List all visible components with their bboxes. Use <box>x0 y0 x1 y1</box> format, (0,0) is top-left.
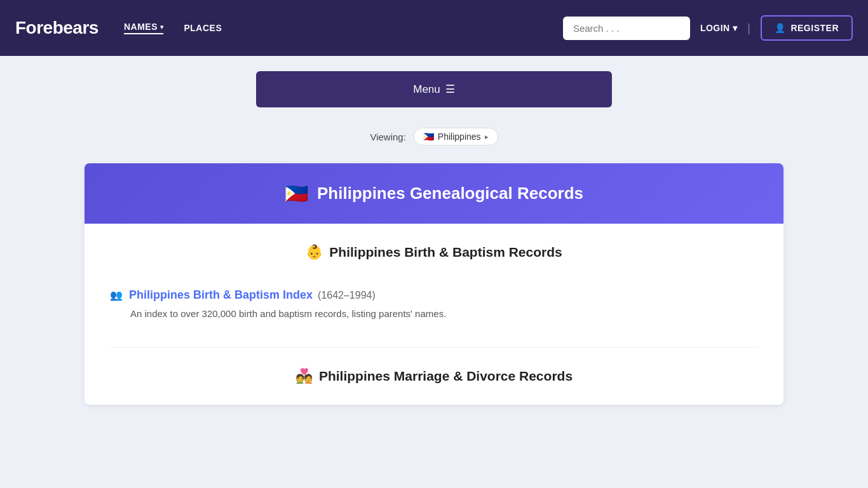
viewing-country: Philippines <box>438 132 481 142</box>
birth-baptism-title: Philippines Birth & Baptism Records <box>329 245 562 260</box>
nav-places-label: PLACES <box>184 23 222 33</box>
birth-baptism-header: 👶 Philippines Birth & Baptism Records <box>110 244 758 261</box>
main-card: 🇵🇭 Philippines Genealogical Records 👶 Ph… <box>85 163 783 405</box>
viewing-badge[interactable]: 🇵🇭 Philippines ▸ <box>414 128 498 146</box>
navbar: Forebears NAMES ▾ PLACES LOGIN ▾ | 👤 REG… <box>0 0 868 56</box>
login-button[interactable]: LOGIN ▾ <box>700 23 737 33</box>
nav-names-label: NAMES <box>124 22 158 32</box>
couple-icon: 💑 <box>295 368 313 384</box>
register-button[interactable]: 👤 REGISTER <box>761 15 853 41</box>
viewing-row: Viewing: 🇵🇭 Philippines ▸ <box>370 128 498 146</box>
nav-links: NAMES ▾ PLACES <box>124 22 563 34</box>
search-input[interactable] <box>563 17 690 40</box>
login-chevron-icon: ▾ <box>733 23 738 33</box>
philippines-flag-icon: 🇵🇭 <box>423 132 434 142</box>
card-header: 🇵🇭 Philippines Genealogical Records <box>85 163 783 224</box>
section-divider <box>110 347 758 348</box>
birth-baptism-index-label: Philippines Birth & Baptism Index <box>129 288 313 302</box>
marriage-divorce-header: 💑 Philippines Marriage & Divorce Records <box>110 368 758 384</box>
login-label: LOGIN <box>700 23 730 33</box>
menu-icon: ☰ <box>445 83 455 96</box>
birth-baptism-index-link[interactable]: Philippines Birth & Baptism Index (1642–… <box>129 288 376 302</box>
viewing-chevron-icon: ▸ <box>485 133 489 141</box>
birth-baptism-index-description: An index to over 320,000 birth and bapti… <box>110 307 758 322</box>
register-label: REGISTER <box>790 23 839 33</box>
users-icon: 👥 <box>110 289 123 301</box>
chevron-down-icon: ▾ <box>160 24 164 30</box>
viewing-label: Viewing: <box>370 132 405 142</box>
card-header-title: Philippines Genealogical Records <box>317 184 583 203</box>
baby-icon: 👶 <box>306 244 323 261</box>
card-header-flag-icon: 🇵🇭 <box>285 182 308 205</box>
birth-baptism-index-row: 👥 Philippines Birth & Baptism Index (164… <box>85 288 783 342</box>
marriage-divorce-section: 💑 Philippines Marriage & Divorce Records <box>85 353 783 405</box>
register-person-icon: 👤 <box>775 23 786 33</box>
birth-baptism-index-title-row: 👥 Philippines Birth & Baptism Index (164… <box>110 288 758 302</box>
nav-divider: | <box>747 22 750 35</box>
nav-logo[interactable]: Forebears <box>15 18 98 38</box>
nav-link-names[interactable]: NAMES ▾ <box>124 22 164 34</box>
nav-right: LOGIN ▾ | 👤 REGISTER <box>563 15 853 41</box>
marriage-divorce-title: Philippines Marriage & Divorce Records <box>319 369 573 384</box>
menu-label: Menu <box>413 83 440 96</box>
card-body: 👶 Philippines Birth & Baptism Records 👥 … <box>85 224 783 405</box>
nav-link-places[interactable]: PLACES <box>184 23 222 33</box>
birth-baptism-section: 👶 Philippines Birth & Baptism Records <box>85 224 783 288</box>
birth-baptism-index-date: (1642–1994) <box>318 290 376 301</box>
menu-button[interactable]: Menu ☰ <box>256 71 612 107</box>
content-area: Menu ☰ Viewing: 🇵🇭 Philippines ▸ 🇵🇭 Phil… <box>0 56 868 420</box>
